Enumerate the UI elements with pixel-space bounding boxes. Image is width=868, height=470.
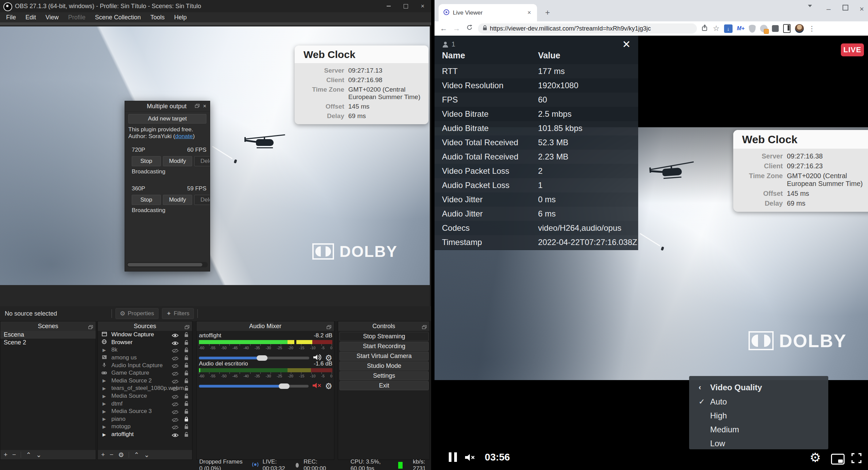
menu-file[interactable]: File (2, 13, 20, 22)
lock-icon[interactable] (483, 25, 487, 32)
lock-icon[interactable] (184, 417, 189, 424)
move-down-button[interactable]: ⌄ (36, 451, 41, 459)
unlock-icon[interactable] (184, 363, 189, 370)
back-icon[interactable]: ← (437, 24, 450, 33)
modify-button[interactable]: Modify (163, 156, 192, 166)
source-row[interactable]: ▶ Media Source 3 (98, 408, 192, 415)
fullscreen-icon[interactable] (851, 453, 862, 465)
close-button[interactable]: × (860, 5, 864, 14)
unlock-icon[interactable] (184, 340, 189, 347)
pause-button[interactable] (447, 452, 458, 462)
dock-icon[interactable] (88, 324, 93, 331)
dock-icon[interactable] (185, 324, 189, 331)
profile-avatar[interactable] (795, 24, 804, 33)
volume-slider[interactable] (199, 357, 309, 359)
unlock-icon[interactable] (184, 409, 189, 416)
volume-slider[interactable] (199, 385, 309, 388)
stop-button[interactable]: Stop (132, 156, 161, 166)
source-row[interactable]: ▶ Media Source 2 (98, 377, 192, 385)
menu-view[interactable]: View (41, 13, 63, 22)
splitter[interactable] (0, 22, 431, 25)
multiple-output-titlebar[interactable]: Multiple output × (125, 101, 210, 112)
unlock-icon[interactable] (184, 371, 189, 377)
studio-mode-button[interactable]: Studio Mode (339, 361, 429, 371)
donate-link[interactable]: donate (175, 133, 193, 139)
quality-option-high[interactable]: High (689, 409, 828, 422)
exit-button[interactable]: Exit (339, 381, 429, 390)
maximize-button[interactable] (397, 0, 414, 12)
start-recording-button[interactable]: Start Recording (339, 342, 429, 351)
new-tab-button[interactable]: + (542, 7, 553, 18)
mute-button[interactable] (464, 453, 475, 462)
source-row[interactable]: ▶ tears_of_steel_1080p.webm (98, 384, 192, 392)
minimize-button[interactable] (380, 0, 397, 12)
source-row[interactable]: ▶ Media Source (98, 392, 192, 400)
minimize-button[interactable]: – (827, 5, 831, 14)
muted-speaker-icon[interactable] (312, 382, 321, 390)
dock-icon[interactable] (327, 324, 331, 331)
menu-edit[interactable]: Edit (21, 13, 40, 22)
quality-option-auto[interactable]: ✓ Auto (689, 395, 828, 409)
source-row[interactable]: Game Capture (98, 369, 192, 377)
kebab-menu-icon[interactable]: ⋮ (808, 24, 815, 33)
unlock-icon[interactable] (184, 355, 189, 362)
unlock-icon[interactable] (184, 424, 189, 431)
source-row[interactable]: Audio Input Capture (98, 361, 192, 369)
download-extension-icon[interactable]: ↓ (724, 24, 733, 33)
video-quality-header[interactable]: ‹ Video Quality (689, 381, 828, 394)
unlock-icon[interactable] (184, 401, 189, 408)
source-row[interactable]: Window Capture (98, 331, 192, 339)
unlock-icon[interactable] (184, 332, 189, 339)
move-up-button[interactable]: ⌃ (134, 451, 139, 459)
url-text[interactable]: https://viewer-dev.millicast.com/?stream… (490, 25, 651, 32)
start-virtual-camera-button[interactable]: Start Virtual Camera (339, 352, 429, 361)
share-icon[interactable] (702, 24, 708, 33)
forward-icon[interactable]: → (450, 24, 463, 33)
mplus-extension-icon[interactable]: M+ (737, 25, 745, 32)
move-up-button[interactable]: ⌃ (26, 451, 31, 459)
delete-button[interactable]: Delete (194, 156, 210, 166)
menu-tools[interactable]: Tools (146, 13, 169, 22)
unlock-icon[interactable] (184, 394, 189, 400)
source-row[interactable]: among us (98, 354, 192, 362)
sidebar-extension-icon[interactable] (783, 24, 791, 33)
horizontal-scrollbar[interactable] (127, 262, 208, 267)
stop-button[interactable]: Stop (132, 195, 161, 205)
source-row[interactable]: ▶ dtmf (98, 400, 192, 408)
modify-button[interactable]: Modify (163, 195, 192, 205)
filters-button[interactable]: ✦Filters (162, 308, 194, 319)
source-row[interactable]: ▶ artoffight (98, 431, 192, 438)
player-settings-gear-icon[interactable]: ⚙ (810, 450, 821, 465)
dock-icon[interactable] (193, 103, 201, 110)
source-row[interactable]: ▶ piano (98, 415, 192, 423)
menu-profile[interactable]: Profile (64, 13, 90, 22)
scene-item[interactable]: Scene 2 (0, 339, 96, 346)
privacy-extension-icon[interactable] (760, 25, 768, 32)
visibility-icon[interactable] (172, 432, 179, 439)
quality-option-medium[interactable]: Medium (689, 423, 828, 436)
source-row[interactable]: Browser (98, 339, 192, 346)
refresh-icon[interactable] (463, 24, 476, 33)
source-row[interactable]: ▶ motogp (98, 423, 192, 431)
remove-source-button[interactable]: − (110, 451, 113, 458)
source-properties-button[interactable]: ⚙ (118, 451, 124, 459)
unlock-icon[interactable] (184, 378, 189, 385)
source-row[interactable]: ▶ 8k (98, 346, 192, 354)
unlock-icon[interactable] (184, 347, 189, 354)
stop-streaming-button[interactable]: Stop Streaming (339, 332, 429, 341)
menu-scene-collection[interactable]: Scene Collection (91, 13, 145, 22)
maximize-button[interactable] (843, 5, 848, 11)
close-icon[interactable]: × (201, 103, 208, 110)
browser-tab[interactable]: Live Viewer × (439, 4, 537, 21)
dock-icon[interactable] (422, 324, 427, 331)
move-down-button[interactable]: ⌄ (144, 451, 149, 459)
properties-button[interactable]: ⚙Properties (115, 308, 159, 319)
address-bar[interactable]: https://viewer-dev.millicast.com/?stream… (478, 23, 697, 34)
picture-in-picture-icon[interactable] (831, 454, 845, 465)
add-new-target-button[interactable]: Add new target (128, 114, 206, 124)
bookmark-star-icon[interactable]: ☆ (713, 24, 720, 33)
shield-extension-icon[interactable] (749, 25, 756, 33)
scrollbar-thumb[interactable] (128, 263, 202, 266)
delete-button[interactable]: Delete (194, 195, 210, 205)
add-source-button[interactable]: + (101, 451, 105, 458)
